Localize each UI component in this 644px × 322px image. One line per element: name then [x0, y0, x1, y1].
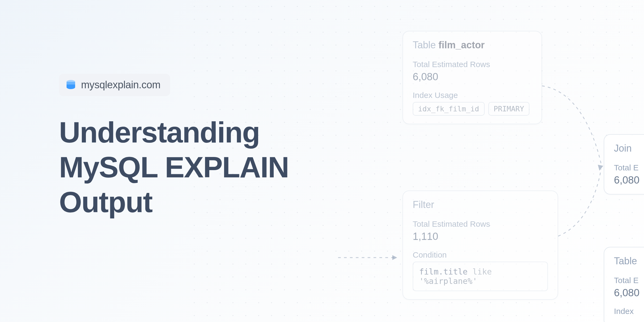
- rows-label: Total Estimated Rows: [413, 219, 548, 229]
- condition-label: Condition: [413, 250, 548, 259]
- index-chip: idx_fk_film_id: [413, 102, 485, 116]
- site-badge-text: mysqlexplain.com: [81, 79, 160, 91]
- index-usage-label: Index Usage: [413, 91, 532, 100]
- title-line-2: MySQL EXPLAIN: [59, 151, 289, 184]
- rows-value: 1,110: [413, 231, 548, 242]
- title-line-3: Output: [59, 185, 152, 218]
- node-table-name: film_actor: [438, 39, 485, 50]
- rows-value: 6,080: [413, 71, 532, 83]
- node-table-secondary: Table Total E 6,080 Index: [604, 247, 644, 322]
- node-header: Table film_actor: [413, 39, 532, 51]
- node-header: Filter: [413, 199, 548, 210]
- svg-marker-0: [392, 255, 397, 260]
- rows-value: 6,080: [614, 287, 644, 299]
- rows-value: 6,080: [614, 174, 644, 186]
- condition-string: '%airplane%': [419, 276, 477, 286]
- index-chip-row: idx_fk_film_id PRIMARY: [413, 102, 532, 116]
- rows-label: Total Estimated Rows: [413, 60, 532, 69]
- condition-keyword: like: [473, 267, 492, 276]
- node-filter: Filter Total Estimated Rows 1,110 Condit…: [402, 191, 558, 300]
- condition-field: film.title: [419, 267, 468, 276]
- node-header: Join: [614, 143, 644, 154]
- index-usage-label: Index: [614, 307, 644, 316]
- node-type-label: Table: [413, 39, 436, 50]
- node-table-film-actor: Table film_actor Total Estimated Rows 6,…: [402, 31, 542, 124]
- title-line-1: Understanding: [59, 116, 260, 149]
- rows-label: Total E: [614, 276, 644, 285]
- condition-expression: film.title like '%airplane%': [413, 262, 548, 291]
- node-join: Join Total E 6,080: [604, 134, 644, 195]
- page-title: Understanding MySQL EXPLAIN Output: [59, 115, 289, 219]
- rows-label: Total E: [614, 163, 644, 172]
- svg-marker-1: [598, 165, 603, 171]
- database-icon: [66, 80, 76, 90]
- site-badge: mysqlexplain.com: [59, 74, 170, 96]
- node-header: Table: [614, 255, 644, 267]
- hero-block: mysqlexplain.com Understanding MySQL EXP…: [59, 74, 289, 219]
- index-chip: PRIMARY: [488, 102, 530, 116]
